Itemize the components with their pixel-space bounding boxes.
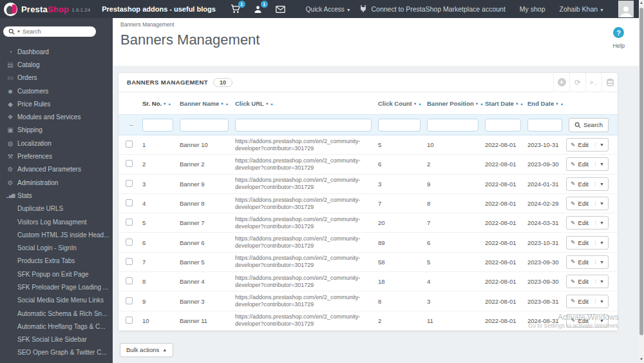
- sidebar-item[interactable]: ▭ Orders: [0, 72, 113, 84]
- sort-asc-icon[interactable]: ▲: [270, 102, 273, 106]
- column-header[interactable]: Click URL▼▲: [232, 100, 375, 107]
- filter-input[interactable]: [527, 119, 562, 132]
- sidebar-item[interactable]: ◔ Dashboard: [0, 45, 113, 58]
- sql-terminal-icon[interactable]: >_: [585, 73, 601, 92]
- row-checkbox[interactable]: [126, 317, 133, 324]
- edit-button[interactable]: ✎ Edit ▼: [566, 177, 609, 191]
- sidebar-subitem[interactable]: SFK Social Like Sidebar: [0, 333, 113, 346]
- caret-down-icon[interactable]: ▼: [595, 260, 604, 264]
- row-checkbox[interactable]: [126, 239, 133, 246]
- column-header[interactable]: Start Date▼▲: [482, 100, 525, 107]
- edit-button[interactable]: ✎ Edit ▼: [566, 216, 609, 230]
- sidebar-subitem[interactable]: Social Media Side Menu Links: [0, 294, 113, 307]
- sort-asc-icon[interactable]: ▲: [225, 102, 229, 106]
- brand-wordmark[interactable]: PrestaShop: [21, 5, 69, 14]
- row-checkbox[interactable]: [126, 297, 133, 304]
- column-header[interactable]: Sr. No.▼▲: [140, 100, 177, 107]
- scrollbar-thumb[interactable]: [639, 8, 643, 335]
- sidebar-item[interactable]: ◍ Localization: [0, 137, 113, 150]
- sidebar-subitem[interactable]: Duplicate URLS: [0, 202, 113, 215]
- cart-icon[interactable]: 1: [230, 4, 242, 14]
- sort-desc-icon[interactable]: ▼: [515, 102, 518, 106]
- sidebar-subitem[interactable]: Automatic Schema & Rich Sn...: [0, 307, 113, 320]
- marketplace-link[interactable]: Connect to PrestaShop Marketplace accoun…: [359, 5, 505, 14]
- filter-input[interactable]: [378, 119, 421, 132]
- caret-down-icon[interactable]: ▼: [595, 142, 604, 147]
- filter-input[interactable]: [180, 119, 229, 132]
- refresh-icon[interactable]: ⟳: [569, 73, 585, 92]
- sort-desc-icon[interactable]: ▼: [220, 102, 223, 106]
- sort-desc-icon[interactable]: ▼: [163, 102, 166, 106]
- sort-desc-icon[interactable]: ▼: [413, 102, 417, 106]
- sidebar-item[interactable]: ▁▄▆ Stats: [0, 189, 113, 202]
- search-scope-caret-icon[interactable]: ▼: [17, 30, 21, 34]
- sidebar-item[interactable]: ▤ Catalog: [0, 58, 113, 71]
- sidebar-subitem[interactable]: Visitors Log Managment: [0, 215, 113, 228]
- row-checkbox[interactable]: [126, 258, 133, 265]
- messages-icon[interactable]: [275, 4, 287, 14]
- breadcrumb[interactable]: Banners Management: [120, 21, 639, 28]
- row-checkbox[interactable]: [126, 199, 133, 206]
- sidebar-subitem[interactable]: Social Login - SignIn: [0, 241, 113, 254]
- sort-asc-icon[interactable]: ▲: [168, 102, 171, 106]
- edit-button[interactable]: ✎ Edit ▼: [566, 138, 609, 152]
- caret-down-icon[interactable]: ▼: [595, 221, 604, 225]
- caret-down-icon[interactable]: ▼: [595, 201, 604, 206]
- bulk-actions-button[interactable]: Bulk actions ▲: [120, 343, 173, 357]
- help-button[interactable]: ? Help: [612, 27, 625, 49]
- row-checkbox[interactable]: [126, 141, 133, 148]
- caret-down-icon[interactable]: ▼: [595, 319, 604, 323]
- row-checkbox[interactable]: [126, 219, 133, 226]
- user-menu[interactable]: Zohaib Khan▼: [560, 5, 604, 13]
- sort-desc-icon[interactable]: ▼: [265, 102, 269, 106]
- edit-button[interactable]: ✎ Edit ▼: [566, 275, 609, 288]
- sidebar-subitem[interactable]: Automatic Hreflang Tags & C...: [0, 320, 113, 333]
- edit-button[interactable]: ✎ Edit ▼: [566, 295, 609, 308]
- row-checkbox[interactable]: [126, 277, 133, 284]
- customers-notification-icon[interactable]: 1: [252, 4, 264, 14]
- sidebar-item[interactable]: ⚒ Preferences: [0, 150, 113, 162]
- sidebar-item[interactable]: ☻ Customers: [0, 84, 113, 97]
- caret-down-icon[interactable]: ▼: [595, 182, 604, 186]
- sidebar-item[interactable]: ❖ Modules and Services: [0, 110, 113, 123]
- sort-asc-icon[interactable]: ▲: [418, 102, 421, 106]
- sidebar-item[interactable]: ◆ Price Rules: [0, 97, 113, 110]
- filter-input[interactable]: [142, 119, 173, 132]
- sort-desc-icon[interactable]: ▼: [555, 102, 558, 106]
- sort-asc-icon[interactable]: ▲: [520, 102, 523, 106]
- sidebar-item[interactable]: ⚙ Advanced Parameters: [0, 163, 113, 176]
- sort-asc-icon[interactable]: ▲: [560, 102, 564, 106]
- column-header[interactable]: Banner Position▼▲: [424, 100, 482, 107]
- search-button[interactable]: Search: [569, 118, 609, 132]
- sort-desc-icon[interactable]: ▼: [475, 102, 478, 106]
- edit-button[interactable]: ✎ Edit ▼: [566, 197, 609, 210]
- sidebar-subitem[interactable]: Products Extra Tabs: [0, 255, 113, 268]
- column-header[interactable]: Banner Name▼▲: [177, 100, 232, 107]
- filter-input[interactable]: [485, 119, 521, 132]
- caret-down-icon[interactable]: ▼: [595, 240, 604, 245]
- filter-input[interactable]: [235, 119, 372, 132]
- edit-button[interactable]: ✎ Edit ▼: [566, 236, 609, 250]
- sidebar-item[interactable]: ▣ Shipping: [0, 124, 113, 137]
- sidebar-subitem[interactable]: SFK Preloader Page Loading ...: [0, 280, 113, 293]
- edit-button[interactable]: ✎ Edit ▼: [566, 157, 609, 171]
- user-avatar[interactable]: [618, 1, 634, 17]
- caret-down-icon[interactable]: ▼: [595, 162, 604, 166]
- row-checkbox[interactable]: [126, 180, 133, 187]
- quick-access-menu[interactable]: Quick Access▼: [306, 6, 351, 13]
- caret-down-icon[interactable]: ▼: [595, 279, 604, 284]
- search-input[interactable]: [23, 28, 91, 35]
- add-icon[interactable]: +: [553, 73, 569, 92]
- scroll-up-icon[interactable]: ▲: [639, 1, 644, 5]
- sidebar-search[interactable]: ▼: [3, 26, 96, 37]
- sidebar-subitem[interactable]: Custom HTML JS inside Head...: [0, 228, 113, 241]
- prestashop-logo-icon[interactable]: [4, 3, 17, 16]
- page-scrollbar[interactable]: ▲ ▼: [639, 0, 644, 363]
- filter-input[interactable]: [427, 119, 478, 132]
- sidebar-item[interactable]: ⚙ Administration: [0, 176, 113, 189]
- my-shop-link[interactable]: My shop: [520, 5, 545, 13]
- export-database-icon[interactable]: [601, 73, 618, 92]
- sidebar-subitem[interactable]: SFK Popup on Exit Page: [0, 268, 113, 280]
- column-header[interactable]: End Date▼▲: [525, 100, 566, 107]
- edit-button[interactable]: ✎ Edit ▼: [566, 314, 609, 328]
